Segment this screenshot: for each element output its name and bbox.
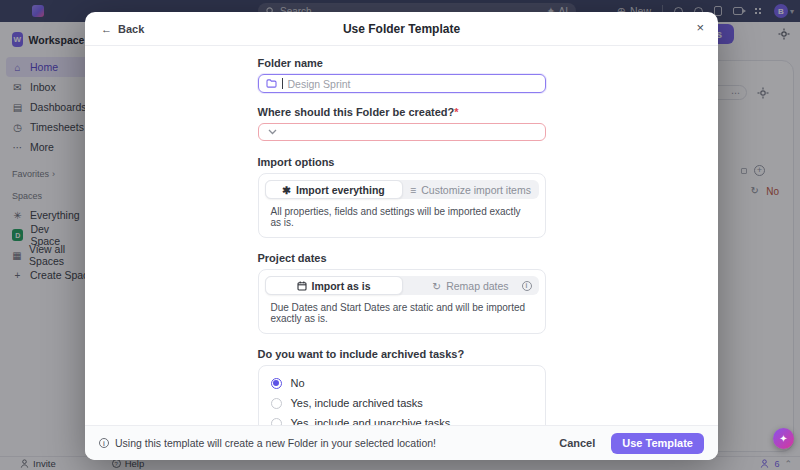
remap-dates-option[interactable]: ↻ Remap dates bbox=[403, 276, 539, 295]
radio-label: Yes, include and unarchive tasks bbox=[291, 417, 451, 425]
app-window: Search ✦ AI ⊕ New B ▾ W Workspace 01 bbox=[0, 0, 800, 470]
project-dates-label: Project dates bbox=[258, 252, 546, 264]
archived-tasks-group: No Yes, include archived tasks Yes, incl… bbox=[258, 365, 546, 425]
import-options-label: Import options bbox=[258, 156, 546, 168]
import-everything-option[interactable]: ✱ Import everything bbox=[265, 180, 403, 199]
option-label: Remap dates bbox=[446, 280, 508, 292]
option-label: Import as is bbox=[312, 280, 371, 292]
folder-name-placeholder: Design Sprint bbox=[288, 78, 351, 90]
chevron-down-icon bbox=[268, 129, 277, 135]
required-asterisk: * bbox=[454, 106, 458, 118]
location-select[interactable] bbox=[258, 123, 546, 141]
refresh-icon: ↻ bbox=[432, 280, 441, 292]
footer-note: i Using this template will create a new … bbox=[99, 437, 559, 449]
import-as-is-option[interactable]: Import as is bbox=[265, 276, 403, 295]
folder-name-label: Folder name bbox=[258, 57, 546, 69]
modal-title: Use Folder Template bbox=[85, 22, 718, 36]
radio-option-include-unarchive[interactable]: Yes, include and unarchive tasks bbox=[271, 413, 533, 425]
modal-footer: i Using this template will create a new … bbox=[85, 425, 718, 460]
text-cursor bbox=[282, 78, 283, 89]
project-dates-card: Import as is ↻ Remap dates i Due Dates a… bbox=[258, 269, 546, 334]
close-icon[interactable]: × bbox=[696, 21, 704, 34]
folder-icon bbox=[266, 79, 277, 88]
customize-import-items-option[interactable]: ≡ Customize import items bbox=[403, 180, 539, 199]
list-icon: ≡ bbox=[410, 184, 416, 196]
use-folder-template-modal: ← Back Use Folder Template × Folder name… bbox=[85, 12, 718, 460]
cancel-button[interactable]: Cancel bbox=[559, 437, 595, 449]
import-options-caption: All properties, fields and settings will… bbox=[265, 199, 539, 231]
ai-fab-button[interactable]: ✦ bbox=[773, 428, 794, 449]
radio-selected-icon bbox=[271, 378, 282, 389]
option-label: Customize import items bbox=[421, 184, 531, 196]
import-options-card: ✱ Import everything ≡ Customize import i… bbox=[258, 173, 546, 238]
remap-dates-info[interactable]: i bbox=[522, 281, 532, 291]
radio-option-no[interactable]: No bbox=[271, 373, 533, 393]
option-label: Import everything bbox=[296, 184, 385, 196]
use-template-button[interactable]: Use Template bbox=[611, 433, 704, 454]
radio-label: Yes, include archived tasks bbox=[291, 397, 423, 409]
sparkle-icon: ✦ bbox=[779, 433, 787, 444]
import-options-toggle: ✱ Import everything ≡ Customize import i… bbox=[265, 180, 539, 199]
footer-note-text: Using this template will create a new Fo… bbox=[115, 437, 436, 449]
info-icon: i bbox=[99, 438, 109, 448]
location-label-text: Where should this Folder be created? bbox=[258, 106, 455, 118]
project-dates-caption: Due Dates and Start Dates are static and… bbox=[265, 295, 539, 327]
calendar-icon bbox=[297, 281, 307, 291]
location-label: Where should this Folder be created?* bbox=[258, 106, 546, 118]
radio-icon bbox=[271, 398, 282, 409]
radio-option-include-archived[interactable]: Yes, include archived tasks bbox=[271, 393, 533, 413]
archived-tasks-label: Do you want to include archived tasks? bbox=[258, 348, 546, 360]
radio-label: No bbox=[291, 377, 305, 389]
project-dates-toggle: Import as is ↻ Remap dates i bbox=[265, 276, 539, 295]
modal-body: Folder name Design Sprint Where should t… bbox=[85, 46, 718, 425]
info-icon: i bbox=[522, 281, 532, 291]
radio-icon bbox=[271, 418, 282, 426]
folder-name-input[interactable]: Design Sprint bbox=[258, 74, 546, 93]
asterisk-icon: ✱ bbox=[282, 184, 291, 196]
modal-header: ← Back Use Folder Template × bbox=[85, 12, 718, 46]
